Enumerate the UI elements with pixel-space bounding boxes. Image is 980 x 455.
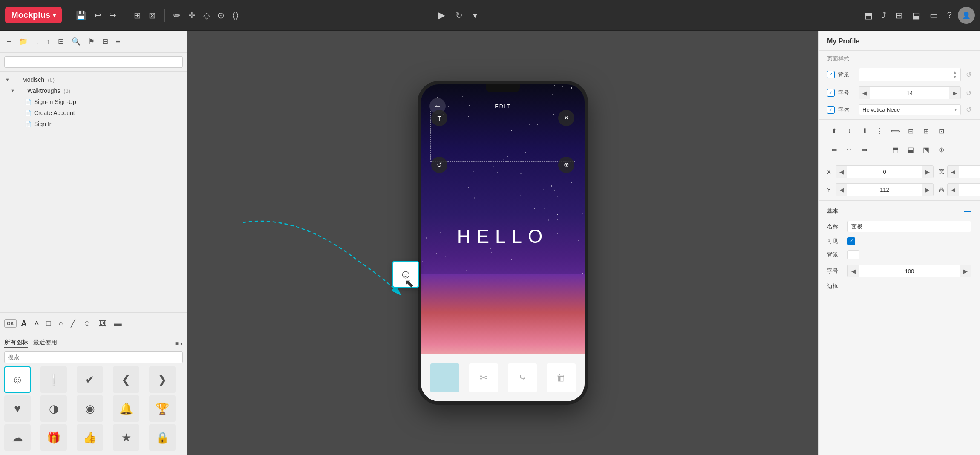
group-button[interactable]: ⊞ bbox=[55, 35, 66, 48]
layer-search-input[interactable] bbox=[4, 56, 183, 68]
undo-button[interactable]: ↩ bbox=[91, 8, 105, 23]
text2-shape-button[interactable]: A̲ bbox=[32, 317, 42, 329]
refresh-button[interactable]: ↻ bbox=[452, 8, 466, 23]
align-center-v-btn[interactable]: ↔ bbox=[842, 143, 856, 156]
x-input[interactable] bbox=[847, 169, 922, 175]
align-extra3-btn[interactable]: ⬓ bbox=[904, 143, 917, 156]
icon-cell-left-arrow[interactable]: ❮ bbox=[113, 366, 139, 393]
icon-cell-right-arrow[interactable]: ❯ bbox=[149, 366, 176, 393]
flag-button[interactable]: ⚑ bbox=[86, 35, 97, 48]
basic-collapse-button[interactable]: — bbox=[964, 207, 971, 216]
icon-cell-thumbsup[interactable]: 👍 bbox=[77, 424, 103, 451]
handle-text[interactable]: T bbox=[431, 110, 447, 126]
move-down-button[interactable]: ↓ bbox=[33, 36, 42, 48]
width-input[interactable] bbox=[959, 169, 980, 175]
x-decrement-button[interactable]: ◀ bbox=[836, 166, 847, 178]
cross-button[interactable]: ✛ bbox=[185, 8, 199, 23]
search-layers-button[interactable]: 🔍 bbox=[69, 35, 83, 48]
bg-color-swatch[interactable] bbox=[847, 250, 859, 259]
layers-button[interactable]: ⊟ bbox=[100, 35, 111, 48]
add-button[interactable]: + bbox=[4, 36, 14, 48]
icon-cell-star[interactable]: ★ bbox=[113, 424, 139, 451]
icon-cell-lock[interactable]: 🔒 bbox=[149, 424, 176, 451]
height-input[interactable] bbox=[959, 187, 980, 193]
layout-button[interactable]: ⊞ bbox=[130, 8, 144, 23]
y-decrement-button[interactable]: ◀ bbox=[836, 184, 847, 196]
basic-fontsize-decrement-button[interactable]: ◀ bbox=[848, 265, 859, 277]
align-extra2-btn[interactable]: ⬒ bbox=[888, 143, 902, 156]
trim-button[interactable]: ⊠ bbox=[145, 8, 159, 23]
export-button[interactable]: ⬓ bbox=[909, 8, 924, 23]
frame-button[interactable]: ▭ bbox=[926, 8, 941, 23]
icon-lib-filter-icon[interactable]: ≡ ▾ bbox=[175, 340, 183, 347]
fontfamily-checkbox[interactable]: ✓ bbox=[827, 106, 835, 114]
logo-button[interactable]: Mockplus ▾ bbox=[5, 7, 62, 23]
visible-checkbox[interactable]: ✓ bbox=[847, 237, 855, 245]
width-decrement-button[interactable]: ◀ bbox=[948, 166, 959, 178]
align-spread-h-btn[interactable]: ⟺ bbox=[888, 124, 902, 138]
align-middle-v-btn[interactable]: ↕ bbox=[842, 124, 856, 138]
folder-button[interactable]: 📁 bbox=[16, 35, 30, 48]
text-shape-button[interactable]: A bbox=[18, 317, 30, 330]
rect-shape-button[interactable]: □ bbox=[43, 317, 54, 330]
icon-cell-trophy[interactable]: 🏆 bbox=[149, 395, 176, 422]
layer-item-modisch[interactable]: ▼ Modisch (8) bbox=[0, 74, 187, 85]
share-button[interactable]: ⤴ bbox=[879, 8, 890, 23]
bar-shape-button[interactable]: ▬ bbox=[111, 317, 125, 330]
fontsize-input[interactable] bbox=[870, 90, 949, 96]
align-distribute-h-btn[interactable]: ⋯ bbox=[873, 143, 887, 156]
handle-move[interactable]: ⊕ bbox=[558, 157, 574, 173]
avatar[interactable]: 👤 bbox=[958, 7, 975, 24]
align-bottom-btn[interactable]: ⬇ bbox=[858, 124, 871, 138]
handle-close[interactable]: ✕ bbox=[558, 110, 574, 126]
line-shape-button[interactable]: ╱ bbox=[68, 317, 78, 330]
height-decrement-button[interactable]: ◀ bbox=[948, 184, 959, 196]
help-button[interactable]: ? bbox=[944, 8, 955, 23]
align-distribute-v-btn[interactable]: ⋮ bbox=[873, 124, 887, 138]
y-increment-button[interactable]: ▶ bbox=[922, 184, 933, 196]
layer-item-signin[interactable]: 📄 Sign-In Sign-Up bbox=[0, 96, 187, 107]
pen-button[interactable]: ✏ bbox=[170, 8, 184, 23]
play-button[interactable]: ▶ bbox=[435, 7, 449, 23]
layer-item-sign-in[interactable]: 📄 Sign In bbox=[0, 118, 187, 130]
fontsize-reset-icon[interactable]: ↺ bbox=[966, 89, 971, 97]
move-up-button[interactable]: ↑ bbox=[44, 36, 53, 48]
code-button[interactable]: ⟨⟩ bbox=[229, 8, 242, 23]
align-extra-btn[interactable]: ⊡ bbox=[934, 124, 948, 138]
icon-search-input[interactable] bbox=[4, 351, 183, 363]
layer-item-walktroughs[interactable]: ▼ Walktroughs (3) bbox=[0, 85, 187, 96]
bottom-tool-bezier[interactable]: ⤷ bbox=[508, 363, 537, 392]
emoji-shape-button[interactable]: ☺ bbox=[80, 317, 94, 330]
image-shape-button[interactable]: 🖼 bbox=[96, 317, 110, 330]
bottom-tool-trash[interactable]: 🗑 bbox=[547, 363, 576, 392]
icon-cell-smiley[interactable]: ☺ bbox=[4, 366, 31, 393]
icon-cell-eye[interactable]: ◉ bbox=[77, 395, 103, 422]
name-input[interactable] bbox=[847, 221, 971, 232]
tab-recent-icons[interactable]: 最近使用 bbox=[33, 339, 57, 348]
list-view-button[interactable]: ≡ bbox=[113, 36, 123, 48]
icon-cell-heart[interactable]: ♥ bbox=[4, 395, 31, 422]
bg-checkbox[interactable]: ✓ bbox=[827, 71, 835, 78]
y-input[interactable] bbox=[847, 187, 922, 193]
bottom-tool-scissors[interactable]: ✂ bbox=[469, 363, 498, 392]
icon-cell-bell[interactable]: 🔔 bbox=[113, 395, 139, 422]
icon-cell-cloud[interactable]: ☁ bbox=[4, 424, 31, 451]
diamond-button[interactable]: ◇ bbox=[200, 8, 213, 23]
tab-all-icons[interactable]: 所有图标 bbox=[4, 339, 28, 348]
ok-shape-button[interactable]: OK bbox=[4, 319, 17, 328]
align-left-btn[interactable]: ⬅ bbox=[827, 143, 841, 156]
save-button[interactable]: 💾 bbox=[72, 8, 90, 23]
icon-cell-pie[interactable]: ◑ bbox=[40, 395, 67, 422]
bg-reset-icon[interactable]: ↺ bbox=[966, 71, 971, 79]
refresh-dropdown-button[interactable]: ▾ bbox=[470, 8, 481, 23]
redo-button[interactable]: ↪ bbox=[106, 8, 120, 23]
fontfamily-reset-icon[interactable]: ↺ bbox=[966, 106, 971, 114]
align-extra5-btn[interactable]: ⊕ bbox=[934, 143, 948, 156]
align-right-btn[interactable]: ➡ bbox=[858, 143, 871, 156]
bottom-tool-color[interactable] bbox=[430, 363, 459, 392]
fontsize-increment-button[interactable]: ▶ bbox=[949, 87, 960, 99]
icon-cell-gift[interactable]: 🎁 bbox=[40, 424, 67, 451]
record-button[interactable]: ⊙ bbox=[214, 8, 228, 23]
circle-shape-button[interactable]: ○ bbox=[55, 317, 66, 330]
icon-cell-checkmark[interactable]: ✔ bbox=[77, 366, 103, 393]
